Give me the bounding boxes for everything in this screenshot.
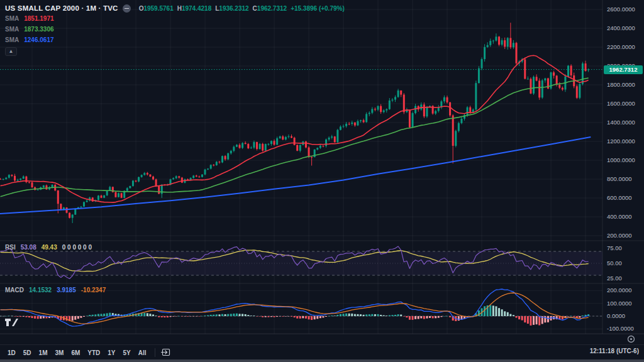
tradingview-logo[interactable] [4, 318, 18, 329]
macd-signal-value: -10.2347 [81, 287, 106, 293]
symbol-legend[interactable]: US SMALL CAP 2000 · 1M · TVC O1959.5761 … [5, 3, 345, 56]
sma-label: SMA [5, 36, 19, 43]
ohlc-values: O1959.5761 H1974.4218 L1936.2312 C1962.7… [139, 5, 345, 12]
price-tick-label: 200.0000 [607, 232, 642, 239]
price-tick-label: 1200.0000 [607, 138, 642, 145]
rsi-tick-label: 75.00 [607, 244, 642, 251]
rsi-value: 53.08 [21, 244, 36, 251]
macd-line-value: 3.9185 [57, 287, 76, 293]
sma-label: SMA [5, 26, 19, 33]
range-buttons: 1D5D1M3M6MYTD1Y5YAll [4, 346, 150, 358]
legend-collapse-button[interactable]: ▲ [5, 47, 17, 56]
high-label: H [177, 5, 182, 12]
macd-pane [0, 289, 602, 326]
price-tick-label: 1800.0000 [607, 81, 642, 88]
range-6m-button[interactable]: 6M [67, 348, 84, 358]
chevron-up-icon: ▲ [9, 48, 14, 54]
axis-settings-gear-icon[interactable] [626, 334, 636, 346]
macd-label: MACD [5, 287, 24, 293]
macd-tick-label: 200.0000 [607, 287, 642, 293]
macd-legend[interactable]: MACD 14.1532 3.9185 -10.2347 [5, 287, 106, 293]
macd-tick-label: 100.0000 [607, 300, 642, 307]
price-tick-label: 2600.0000 [607, 6, 642, 13]
sma-mid-value: 1873.3306 [24, 26, 53, 33]
sma-legend-fast[interactable]: SMA 1851.1971 [5, 13, 345, 24]
close-label: C [253, 5, 257, 12]
open-value: 1959.5761 [143, 5, 173, 12]
price-tick-label: 1600.0000 [607, 100, 642, 107]
rsi-legend[interactable]: RSI 53.08 49.43 0 0 0 0 0 0 [5, 244, 92, 251]
clock-utc[interactable]: 12:11:18 (UTC-6) [590, 348, 639, 354]
sma-fast-value: 1851.1971 [24, 15, 53, 22]
rsi-tick-label: 25.00 [607, 275, 642, 282]
range-all-button[interactable]: All [135, 348, 150, 358]
price-tick-label: 2400.0000 [607, 25, 642, 31]
symbol-title: US SMALL CAP 2000 · 1M · TVC [5, 4, 118, 12]
sma-label: SMA [5, 15, 19, 22]
price-tick-label: 800.0000 [607, 175, 642, 182]
rsi-extra-values: 0 0 0 0 0 0 [62, 244, 92, 251]
close-value: 1962.7312 [257, 5, 287, 12]
trading-chart-app: US SMALL CAP 2000 · 1M · TVC O1959.5761 … [0, 0, 644, 362]
rsi-pane [0, 246, 602, 279]
range-1m-button[interactable]: 1M [35, 348, 52, 358]
rsi-ma-value: 49.43 [42, 244, 57, 251]
range-ytd-button[interactable]: YTD [84, 348, 104, 358]
range-5y-button[interactable]: 5Y [119, 348, 135, 358]
current-price-tag: 1962.7312 [604, 65, 643, 74]
collapse-circle-minus-icon[interactable] [123, 4, 131, 13]
macd-hist-value: 14.1532 [29, 287, 52, 293]
range-5d-button[interactable]: 5D [19, 348, 35, 358]
price-tick-label: 400.0000 [607, 213, 642, 220]
rsi-tick-label: 50.00 [607, 260, 642, 266]
symbol-row[interactable]: US SMALL CAP 2000 · 1M · TVC O1959.5761 … [5, 3, 345, 13]
sma-slow-value: 1246.0617 [24, 36, 53, 43]
sma-legend-slow[interactable]: SMA 1246.0617 [5, 35, 345, 45]
low-value: 1936.2312 [219, 5, 248, 12]
high-value: 1974.4218 [182, 5, 211, 12]
rsi-label: RSI [5, 244, 16, 251]
range-1d-button[interactable]: 1D [4, 348, 19, 358]
range-1y-button[interactable]: 1Y [104, 348, 119, 358]
go-to-date-button[interactable] [160, 348, 172, 358]
price-tick-label: 2200.0000 [607, 43, 642, 50]
macd-tick-label: 0.0000 [607, 312, 642, 319]
toolbar-divider [155, 348, 155, 357]
macd-tick-label: -100.0000 [607, 325, 642, 332]
sma-legend-mid[interactable]: SMA 1873.3306 [5, 24, 345, 35]
price-tick-label: 1400.0000 [607, 119, 642, 126]
range-3m-button[interactable]: 3M [52, 348, 68, 358]
price-tick-label: 600.0000 [607, 194, 642, 201]
price-tick-label: 1000.0000 [607, 156, 642, 163]
time-axis[interactable]: 2008200920102011201220132014201520162017… [0, 334, 644, 344]
bottom-strip [0, 359, 644, 362]
bottom-toolbar: 1D5D1M3M6MYTD1Y5YAll [0, 344, 644, 359]
change-value: +15.3896 (+0.79%) [291, 5, 345, 12]
